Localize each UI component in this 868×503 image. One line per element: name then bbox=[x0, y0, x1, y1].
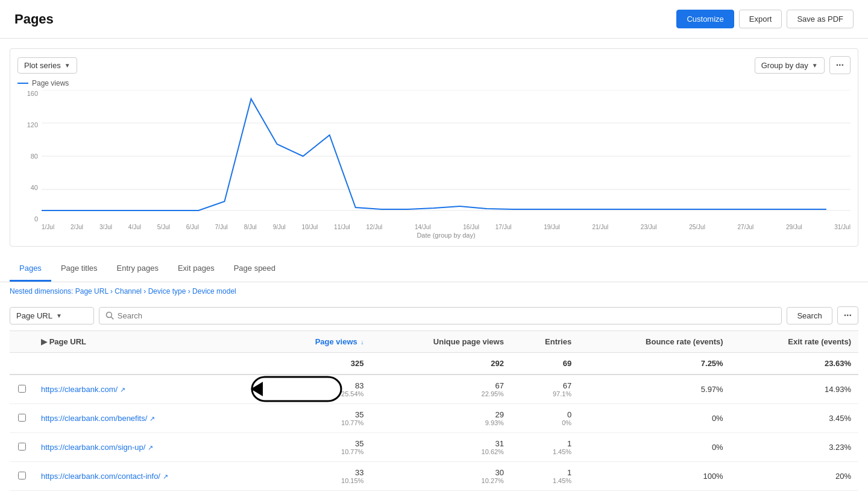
play-icon: ▶ bbox=[41, 337, 47, 346]
row3-checkbox-cell bbox=[10, 433, 34, 462]
table-row: https://clearbank.com/benefits/ ↗ 35 10.… bbox=[10, 404, 858, 433]
chevron-down-icon-3: ▼ bbox=[56, 312, 62, 319]
save-pdf-button[interactable]: Save as PDF bbox=[787, 10, 854, 28]
row2-unique-page-views: 29 9.93% bbox=[371, 404, 511, 433]
table-row: https://clearbank.com/contact-info/ ↗ 33… bbox=[10, 462, 858, 491]
row2-url-link[interactable]: https://clearbank.com/benefits/ bbox=[41, 414, 147, 423]
dimension-label: Page URL bbox=[16, 311, 52, 320]
col-exit-rate: Exit rate (events) bbox=[731, 331, 858, 353]
total-exit-rate: 23.63% bbox=[731, 353, 858, 375]
sort-desc-icon: ↓ bbox=[360, 339, 363, 346]
customize-button[interactable]: Customize bbox=[676, 10, 734, 28]
group-by-label: Group by day bbox=[761, 61, 808, 70]
row4-bounce-rate: 100% bbox=[579, 462, 731, 491]
row1-exit-rate: 14.93% bbox=[731, 375, 858, 404]
row3-page-views: 35 10.77% bbox=[267, 433, 371, 462]
y-label-0: 0 bbox=[34, 215, 38, 223]
row2-url-cell: https://clearbank.com/benefits/ ↗ bbox=[34, 404, 267, 433]
row2-checkbox[interactable] bbox=[18, 414, 26, 422]
header-actions: Customize Export Save as PDF bbox=[676, 10, 854, 28]
chart-container: Plot series ▼ Group by day ▼ ··· Page vi… bbox=[10, 48, 858, 247]
row3-url-cell: https://clearbank.com/sign-up/ ↗ bbox=[34, 433, 267, 462]
row3-entries: 1 1.45% bbox=[511, 433, 579, 462]
x-axis-labels: 1/Jul 2/Jul 3/Jul 4/Jul 5/Jul 6/Jul 7/Ju… bbox=[42, 223, 851, 230]
tab-entry-pages[interactable]: Entry pages bbox=[107, 256, 168, 282]
nested-dimensions: Nested dimensions: Page URL › Channel › … bbox=[0, 282, 868, 300]
nested-dims-label: Nested dimensions: bbox=[10, 287, 73, 296]
tab-page-titles[interactable]: Page titles bbox=[51, 256, 107, 282]
col-page-views[interactable]: Page views ↓ bbox=[267, 331, 371, 353]
more-options-button[interactable]: ··· bbox=[829, 56, 851, 74]
tab-exit-pages[interactable]: Exit pages bbox=[168, 256, 224, 282]
row3-bounce-rate: 0% bbox=[579, 433, 731, 462]
row1-bounce-rate: 5.97% bbox=[579, 375, 731, 404]
col-checkbox bbox=[10, 331, 34, 353]
external-link-icon-3: ↗ bbox=[148, 444, 153, 451]
row3-checkbox[interactable] bbox=[18, 443, 26, 451]
total-row: 325 292 69 7.25% 23.63% bbox=[10, 353, 858, 375]
table-row: https://clearbank.com/sign-up/ ↗ 35 10.7… bbox=[10, 433, 858, 462]
search-button[interactable]: Search bbox=[787, 307, 832, 324]
group-by-dropdown[interactable]: Group by day ▼ bbox=[755, 57, 825, 74]
legend-label: Page views bbox=[32, 79, 69, 87]
plot-series-label: Plot series bbox=[24, 61, 61, 70]
nested-dims-path: Page URL › Channel › Device type › Devic… bbox=[75, 287, 236, 296]
page-header: Pages Customize Export Save as PDF bbox=[0, 0, 868, 39]
search-input[interactable] bbox=[118, 311, 776, 320]
row4-url-cell: https://clearbank.com/contact-info/ ↗ bbox=[34, 462, 267, 491]
y-label-120: 120 bbox=[27, 121, 38, 128]
row4-checkbox[interactable] bbox=[18, 472, 26, 479]
chart-svg bbox=[42, 90, 851, 223]
chart-controls: Plot series ▼ Group by day ▼ ··· bbox=[17, 56, 851, 74]
row2-bounce-rate: 0% bbox=[579, 404, 731, 433]
svg-marker-8 bbox=[251, 382, 263, 396]
plot-series-dropdown[interactable]: Plot series ▼ bbox=[17, 57, 77, 74]
table-header-row: ▶ Page URL Page views ↓ Unique page view… bbox=[10, 331, 858, 353]
external-link-icon-2: ↗ bbox=[149, 415, 155, 422]
chevron-down-icon-2: ▼ bbox=[812, 62, 818, 69]
page-title: Pages bbox=[14, 11, 54, 27]
col-entries: Entries bbox=[511, 331, 579, 353]
col-unique-page-views: Unique page views bbox=[371, 331, 511, 353]
table-row: https://clearbank.com/ ↗ 83 25.54% 67 22… bbox=[10, 375, 858, 404]
row4-checkbox-cell bbox=[10, 462, 34, 491]
tab-pages[interactable]: Pages bbox=[10, 256, 51, 282]
row4-page-views: 33 10.15% bbox=[267, 462, 371, 491]
svg-line-6 bbox=[111, 317, 113, 318]
row1-unique-page-views: 67 22.95% bbox=[371, 375, 511, 404]
table-more-options-button[interactable]: ··· bbox=[837, 306, 858, 324]
dimension-dropdown[interactable]: Page URL ▼ bbox=[10, 307, 94, 324]
search-icon bbox=[105, 311, 114, 320]
y-label-40: 40 bbox=[31, 184, 38, 191]
row4-url-link[interactable]: https://clearbank.com/contact-info/ bbox=[41, 472, 160, 481]
row1-checkbox[interactable] bbox=[18, 385, 26, 393]
y-label-160: 160 bbox=[27, 90, 38, 97]
group-by-controls: Group by day ▼ ··· bbox=[755, 56, 851, 74]
x-axis-title: Date (group by day) bbox=[42, 232, 851, 239]
tab-page-speed[interactable]: Page speed bbox=[224, 256, 285, 282]
chart-legend: Page views bbox=[17, 79, 851, 87]
tabs-bar: Pages Page titles Entry pages Exit pages… bbox=[10, 256, 858, 282]
row3-url-link[interactable]: https://clearbank.com/sign-up/ bbox=[41, 443, 145, 452]
table-wrapper: ▶ Page URL Page views ↓ Unique page view… bbox=[0, 331, 868, 501]
total-unique-page-views: 292 bbox=[371, 353, 511, 375]
legend-line-icon bbox=[17, 83, 28, 84]
external-link-icon-4: ↗ bbox=[163, 473, 168, 480]
total-bounce-rate: 7.25% bbox=[579, 353, 731, 375]
external-link-icon: ↗ bbox=[120, 386, 125, 393]
row1-entries: 67 97.1% bbox=[511, 375, 579, 404]
row4-exit-rate: 20% bbox=[731, 462, 858, 491]
col-page-url: ▶ Page URL bbox=[34, 331, 267, 353]
row1-url-cell: https://clearbank.com/ ↗ bbox=[34, 375, 267, 404]
total-entries: 69 bbox=[511, 353, 579, 375]
total-label-cell bbox=[34, 353, 267, 375]
export-button[interactable]: Export bbox=[739, 10, 782, 28]
chart-line bbox=[42, 99, 826, 210]
col-bounce-rate: Bounce rate (events) bbox=[579, 331, 731, 353]
row3-exit-rate: 3.23% bbox=[731, 433, 858, 462]
row1-url-link[interactable]: https://clearbank.com/ bbox=[41, 385, 118, 394]
row2-exit-rate: 3.45% bbox=[731, 404, 858, 433]
row3-unique-page-views: 31 10.62% bbox=[371, 433, 511, 462]
data-table: ▶ Page URL Page views ↓ Unique page view… bbox=[10, 331, 858, 491]
y-label-80: 80 bbox=[31, 153, 38, 160]
